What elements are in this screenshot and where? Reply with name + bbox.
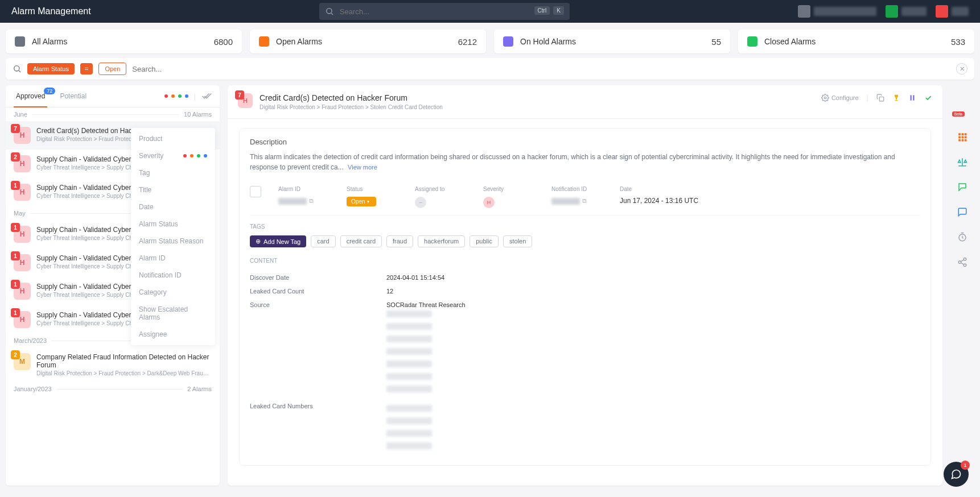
status-dropdown[interactable]: Open▾ [347,197,376,206]
clock-icon[interactable] [957,232,967,242]
copy-icon[interactable]: ⧉ [309,197,314,204]
chat-icon[interactable] [957,207,967,217]
tab-approved[interactable]: Approved72 [14,85,47,107]
fab-count: 1 [961,461,970,470]
stat-card[interactable]: Closed Alarms 533 [738,30,974,53]
filter-input[interactable] [132,65,950,73]
dropdown-item[interactable]: Severity [131,147,215,164]
severity-badge: H [483,197,495,208]
dropdown-item[interactable]: Title [131,181,215,198]
assignee-avatar[interactable]: – [415,197,426,208]
tag-chip[interactable]: card [311,235,335,247]
stat-color-icon [503,36,513,47]
stats-row: All Alarms 6800 Open Alarms 6212 On Hold… [0,23,980,58]
svg-rect-3 [879,97,884,101]
topbar: Alarm Management CtrlK [0,0,980,23]
svg-rect-12 [965,136,967,139]
dropdown-item[interactable]: Product [131,130,215,147]
stat-card[interactable]: On Hold Alarms 55 [494,30,730,53]
severity-badge: 7H [14,127,31,144]
svg-rect-14 [962,139,964,142]
list-section-header: January/20232 Alarms [6,382,220,396]
tab-potential[interactable]: Potential [57,85,89,107]
dropdown-item[interactable]: Tag [131,164,215,181]
severity-badge: 1H [14,283,31,300]
detail-pane: 7 H Credit Card(s) Detected on Hacker Fo… [228,85,942,486]
search-icon [325,7,334,16]
user-avatar[interactable] [936,5,948,18]
help-fab[interactable]: 1 [944,462,969,487]
copy-icon[interactable] [876,94,884,102]
stat-label: On Hold Alarms [520,37,705,46]
copy-icon[interactable]: ⧉ [582,197,587,204]
search-input[interactable] [319,3,570,20]
tag-chip[interactable]: credit card [340,235,382,247]
severity-badge: 1H [14,311,31,328]
mark-all-icon[interactable] [201,91,212,101]
approved-count-badge: 72 [44,88,55,94]
share-icon[interactable] [957,257,967,267]
content-value: SOCRadar Threat Research [386,301,466,396]
broadcast-icon[interactable] [957,182,967,192]
configure-button[interactable]: Configure [821,94,859,102]
list-tabs: Approved72 Potential | [6,85,220,107]
item-path: Digital Risk Protection > Fraud Protecti… [36,370,212,376]
date-value: Jun 17, 2024 - 13:16 UTC [620,197,920,205]
detail-severity-badge: 7 H [238,93,253,108]
severity-badge: 1H [14,226,31,243]
check-icon[interactable] [924,94,932,102]
description-text: This alarm indicates the detection of cr… [250,152,920,172]
org-avatar[interactable] [798,5,810,18]
beta-badge: Beta [952,111,965,117]
alarm-list-panel: Approved72 Potential | June10 Alarms 7H … [6,85,220,486]
filter-field-chip[interactable]: Alarm Status [27,63,75,74]
content-value: 12 [386,288,393,295]
detail-actions: Configure | [821,93,932,102]
stat-color-icon [747,36,757,47]
status-avatar[interactable] [886,5,898,18]
search-icon [13,64,22,73]
tag-chip[interactable]: hackerforum [418,235,465,247]
dropdown-item[interactable]: Alarm ID [131,250,215,267]
dropdown-item[interactable]: Date [131,198,215,216]
dropdown-item[interactable]: Alarm Status Reason [131,233,215,250]
stat-count: 533 [951,37,965,47]
svg-point-19 [963,264,966,267]
global-search[interactable]: CtrlK [319,3,570,20]
tag-chip[interactable]: public [470,235,499,247]
trophy-icon[interactable] [892,94,900,102]
dropdown-item[interactable]: Category [131,284,215,301]
dropdown-item[interactable]: Show Escalated Alarms [131,301,215,326]
svg-rect-11 [962,136,964,139]
alarm-id-value [278,198,307,205]
clear-filter-button[interactable]: ✕ [956,63,967,74]
dropdown-item[interactable]: Assignee [131,326,215,343]
stat-label: All Alarms [32,37,207,46]
stat-label: Open Alarms [276,37,451,46]
tag-chip[interactable]: fraud [386,235,413,247]
dropdown-item[interactable]: Notification ID [131,267,215,284]
detail-path: Digital Risk Protection > Fraud Protecti… [260,104,814,110]
grid-icon[interactable] [957,132,967,142]
stat-card[interactable]: Open Alarms 6212 [250,30,486,53]
add-tag-button[interactable]: ⊕Add New Tag [250,235,306,247]
pause-icon[interactable] [908,94,916,102]
severity-filter-dots[interactable] [164,94,188,98]
scale-icon[interactable] [957,157,967,167]
meta-row: Alarm ID⧉ StatusOpen▾ Assigned to– Sever… [250,179,920,216]
detail-header: 7 H Credit Card(s) Detected on Hacker Fo… [228,85,942,119]
filter-operator-chip[interactable]: = [80,63,93,74]
select-alarm-checkbox[interactable] [250,186,261,197]
alarm-list-item[interactable]: 2M Company Related Fraud Information Det… [6,347,220,382]
stat-color-icon [259,36,269,47]
filter-value-chip[interactable]: Open [98,63,126,75]
svg-rect-5 [913,95,914,100]
content-row: Source SOCRadar Threat Research [250,298,920,399]
dropdown-item[interactable]: Alarm Status [131,216,215,233]
stat-card[interactable]: All Alarms 6800 [6,30,242,53]
tag-chip[interactable]: stolen [503,235,532,247]
view-more-link[interactable]: View more [348,164,377,171]
svg-point-2 [824,97,826,99]
item-title: Company Related Fraud Information Detect… [36,353,212,369]
content-row: Leaked Card Numbers [250,399,920,456]
